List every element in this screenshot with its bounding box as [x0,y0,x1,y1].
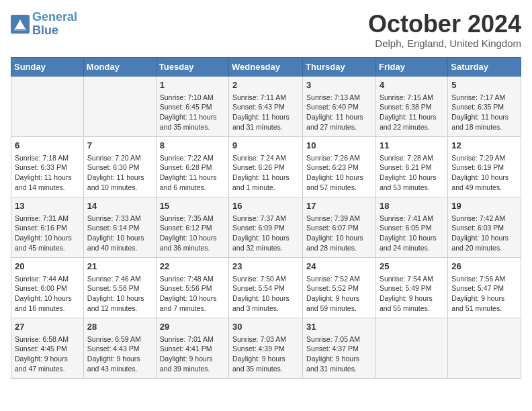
table-row: 20Sunrise: 7:44 AM Sunset: 6:00 PM Dayli… [11,257,84,318]
table-row: 25Sunrise: 7:54 AM Sunset: 5:49 PM Dayli… [375,257,447,318]
table-row [375,318,447,378]
day-number: 30 [232,321,299,333]
table-row: 10Sunrise: 7:26 AM Sunset: 6:23 PM Dayli… [303,136,376,197]
table-row: 30Sunrise: 7:03 AM Sunset: 4:39 PM Dayli… [229,318,303,378]
header-sunday: Sunday [11,57,84,76]
table-row: 3Sunrise: 7:13 AM Sunset: 6:40 PM Daylig… [303,76,376,136]
day-number: 23 [232,261,299,273]
day-number: 31 [306,321,372,333]
table-row: 28Sunrise: 6:59 AM Sunset: 4:43 PM Dayli… [83,318,156,378]
day-info: Sunrise: 7:50 AM Sunset: 5:54 PM Dayligh… [232,274,299,314]
day-info: Sunrise: 7:31 AM Sunset: 6:16 PM Dayligh… [15,214,80,253]
day-number: 7 [87,140,152,152]
table-row: 5Sunrise: 7:17 AM Sunset: 6:35 PM Daylig… [448,76,521,136]
table-row: 22Sunrise: 7:48 AM Sunset: 5:56 PM Dayli… [156,257,228,318]
day-number: 9 [232,140,299,152]
table-row: 19Sunrise: 7:42 AM Sunset: 6:03 PM Dayli… [448,197,521,257]
logo-text: General Blue [32,11,77,38]
day-info: Sunrise: 7:11 AM Sunset: 6:43 PM Dayligh… [232,93,299,132]
day-info: Sunrise: 7:42 AM Sunset: 6:03 PM Dayligh… [451,214,517,253]
day-info: Sunrise: 7:29 AM Sunset: 6:19 PM Dayligh… [451,153,517,193]
location: Delph, England, United Kingdom [368,38,521,49]
day-info: Sunrise: 7:41 AM Sunset: 6:05 PM Dayligh… [380,214,444,253]
day-info: Sunrise: 7:33 AM Sunset: 6:14 PM Dayligh… [87,214,152,253]
table-row: 9Sunrise: 7:24 AM Sunset: 6:26 PM Daylig… [229,136,303,197]
day-info: Sunrise: 7:54 AM Sunset: 5:49 PM Dayligh… [380,274,444,314]
calendar-table: Sunday Monday Tuesday Wednesday Thursday… [11,57,521,379]
day-number: 6 [15,140,80,152]
table-row: 11Sunrise: 7:28 AM Sunset: 6:21 PM Dayli… [375,136,447,197]
day-info: Sunrise: 6:59 AM Sunset: 4:43 PM Dayligh… [87,334,152,374]
logo: General Blue [11,11,77,38]
day-number: 3 [306,79,372,91]
day-number: 12 [451,140,517,152]
day-number: 29 [160,321,225,333]
day-number: 14 [87,200,152,212]
day-info: Sunrise: 7:39 AM Sunset: 6:07 PM Dayligh… [306,214,372,253]
day-number: 26 [451,261,517,273]
table-row [11,76,84,136]
day-number: 21 [87,261,152,273]
table-row: 13Sunrise: 7:31 AM Sunset: 6:16 PM Dayli… [11,197,84,257]
day-info: Sunrise: 7:22 AM Sunset: 6:28 PM Dayligh… [160,153,225,193]
title-block: October 2024 Delph, England, United King… [368,11,521,49]
day-number: 1 [160,79,225,91]
calendar-week-row: 6Sunrise: 7:18 AM Sunset: 6:33 PM Daylig… [11,136,521,197]
day-info: Sunrise: 7:28 AM Sunset: 6:21 PM Dayligh… [380,153,444,193]
day-info: Sunrise: 7:46 AM Sunset: 5:58 PM Dayligh… [87,274,152,314]
table-row [83,76,156,136]
day-number: 22 [160,261,225,273]
table-row: 7Sunrise: 7:20 AM Sunset: 6:30 PM Daylig… [83,136,156,197]
table-row: 24Sunrise: 7:52 AM Sunset: 5:52 PM Dayli… [303,257,376,318]
day-info: Sunrise: 7:37 AM Sunset: 6:09 PM Dayligh… [232,214,299,253]
table-row: 8Sunrise: 7:22 AM Sunset: 6:28 PM Daylig… [156,136,228,197]
day-info: Sunrise: 7:24 AM Sunset: 6:26 PM Dayligh… [232,153,299,193]
table-row [448,318,521,378]
table-row: 1Sunrise: 7:10 AM Sunset: 6:45 PM Daylig… [156,76,228,136]
day-number: 8 [160,140,225,152]
table-row: 12Sunrise: 7:29 AM Sunset: 6:19 PM Dayli… [448,136,521,197]
day-number: 13 [15,200,80,212]
logo-icon [11,15,30,34]
header-thursday: Thursday [303,57,376,76]
day-info: Sunrise: 7:17 AM Sunset: 6:35 PM Dayligh… [451,93,517,132]
day-info: Sunrise: 6:58 AM Sunset: 4:45 PM Dayligh… [15,334,80,374]
day-number: 17 [306,200,372,212]
day-info: Sunrise: 7:01 AM Sunset: 4:41 PM Dayligh… [160,334,225,374]
day-info: Sunrise: 7:44 AM Sunset: 6:00 PM Dayligh… [15,274,80,314]
calendar-header-row: Sunday Monday Tuesday Wednesday Thursday… [11,57,521,76]
day-number: 20 [15,261,80,273]
header-friday: Friday [375,57,447,76]
table-row: 6Sunrise: 7:18 AM Sunset: 6:33 PM Daylig… [11,136,84,197]
table-row: 16Sunrise: 7:37 AM Sunset: 6:09 PM Dayli… [229,197,303,257]
header-saturday: Saturday [448,57,521,76]
table-row: 27Sunrise: 6:58 AM Sunset: 4:45 PM Dayli… [11,318,84,378]
day-info: Sunrise: 7:56 AM Sunset: 5:47 PM Dayligh… [451,274,517,314]
table-row: 21Sunrise: 7:46 AM Sunset: 5:58 PM Dayli… [83,257,156,318]
page-header: General Blue October 2024 Delph, England… [11,11,521,49]
table-row: 4Sunrise: 7:15 AM Sunset: 6:38 PM Daylig… [375,76,447,136]
day-info: Sunrise: 7:03 AM Sunset: 4:39 PM Dayligh… [232,334,299,374]
table-row: 17Sunrise: 7:39 AM Sunset: 6:07 PM Dayli… [303,197,376,257]
day-number: 4 [380,79,444,91]
table-row: 2Sunrise: 7:11 AM Sunset: 6:43 PM Daylig… [229,76,303,136]
day-number: 25 [380,261,444,273]
day-info: Sunrise: 7:18 AM Sunset: 6:33 PM Dayligh… [15,153,80,193]
table-row: 15Sunrise: 7:35 AM Sunset: 6:12 PM Dayli… [156,197,228,257]
calendar-week-row: 1Sunrise: 7:10 AM Sunset: 6:45 PM Daylig… [11,76,521,136]
day-number: 10 [306,140,372,152]
day-number: 24 [306,261,372,273]
calendar-week-row: 20Sunrise: 7:44 AM Sunset: 6:00 PM Dayli… [11,257,521,318]
calendar-week-row: 27Sunrise: 6:58 AM Sunset: 4:45 PM Dayli… [11,318,521,378]
day-number: 16 [232,200,299,212]
day-info: Sunrise: 7:05 AM Sunset: 4:37 PM Dayligh… [306,334,372,374]
table-row: 18Sunrise: 7:41 AM Sunset: 6:05 PM Dayli… [375,197,447,257]
day-number: 5 [451,79,517,91]
day-number: 19 [451,200,517,212]
day-info: Sunrise: 7:20 AM Sunset: 6:30 PM Dayligh… [87,153,152,193]
table-row: 29Sunrise: 7:01 AM Sunset: 4:41 PM Dayli… [156,318,228,378]
day-info: Sunrise: 7:52 AM Sunset: 5:52 PM Dayligh… [306,274,372,314]
day-info: Sunrise: 7:10 AM Sunset: 6:45 PM Dayligh… [160,93,225,132]
day-info: Sunrise: 7:15 AM Sunset: 6:38 PM Dayligh… [380,93,444,132]
day-info: Sunrise: 7:13 AM Sunset: 6:40 PM Dayligh… [306,93,372,132]
